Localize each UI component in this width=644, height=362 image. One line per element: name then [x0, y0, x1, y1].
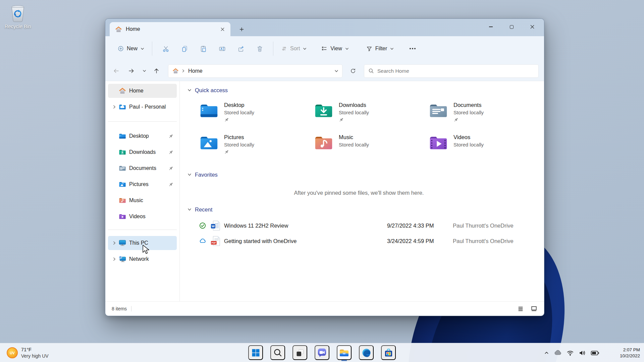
favorites-empty-message: After you've pinned some files, we'll sh…	[187, 190, 544, 198]
share-button[interactable]	[231, 41, 250, 56]
chevron-right-icon[interactable]	[112, 105, 117, 109]
recent-file-row[interactable]: Getting started with OneDrive 3/24/2022 …	[199, 234, 537, 248]
pin-icon	[224, 149, 229, 155]
file-explorer-taskbar-button[interactable]	[337, 345, 352, 360]
sidebar-item-downloads[interactable]: Downloads	[108, 145, 177, 159]
filter-button[interactable]: Filter	[363, 42, 398, 55]
taskbar: UV 71°F Very high UV	[0, 343, 644, 362]
search-input[interactable]	[377, 68, 534, 74]
home-icon	[172, 68, 179, 74]
chevron-down-icon	[142, 69, 147, 73]
close-tab-button[interactable]	[218, 24, 227, 34]
sidebar-item-home[interactable]: Home	[108, 84, 177, 98]
wifi-button[interactable]	[564, 346, 576, 360]
tile-documents[interactable]: Documents Stored locally	[429, 101, 543, 130]
new-tab-button[interactable]	[236, 23, 247, 35]
tab-home[interactable]: Home	[110, 22, 230, 36]
paste-icon	[200, 45, 207, 53]
desktop-folder-icon	[119, 132, 126, 140]
chevron-down-icon	[303, 47, 307, 51]
sidebar-item-desktop[interactable]: Desktop	[108, 129, 177, 143]
task-view-button[interactable]	[292, 345, 307, 360]
close-icon	[221, 27, 224, 31]
search-icon	[273, 348, 282, 357]
close-window-button[interactable]	[522, 20, 543, 34]
chevron-right-icon[interactable]	[112, 241, 117, 245]
ellipsis-icon	[406, 48, 420, 49]
store-icon	[384, 348, 393, 357]
tab-title: Home	[126, 26, 140, 32]
details-view-button[interactable]	[515, 304, 526, 313]
cut-button[interactable]	[156, 41, 175, 56]
tile-videos[interactable]: Videos Stored locally	[429, 133, 543, 162]
recent-locations-button[interactable]	[140, 65, 148, 77]
start-button[interactable]	[248, 345, 263, 360]
recent-files-list: Windows 11 22H2 Review 9/27/2022 4:33 PM…	[187, 219, 544, 248]
maximize-icon	[510, 25, 514, 29]
edge-browser-button[interactable]	[359, 345, 374, 360]
pin-icon	[453, 117, 459, 122]
tray-chevron-up-button[interactable]	[542, 346, 551, 360]
up-button[interactable]	[150, 65, 162, 77]
sidebar-item-videos[interactable]: Videos	[108, 209, 177, 224]
recent-header[interactable]: Recent	[187, 205, 544, 214]
documents-folder-icon	[119, 165, 126, 172]
sidebar-item-music[interactable]: Music	[108, 193, 177, 207]
new-button[interactable]: New	[114, 42, 148, 55]
onedrive-folder-icon	[119, 103, 126, 111]
pin-icon	[168, 166, 173, 171]
battery-button[interactable]	[588, 346, 602, 360]
chevron-right-icon[interactable]	[112, 257, 117, 261]
microsoft-store-button[interactable]	[381, 345, 396, 360]
refresh-button[interactable]	[346, 65, 359, 77]
view-button[interactable]: View	[318, 42, 352, 55]
recycle-bin-desktop-icon[interactable]: Recycle Bin	[3, 3, 32, 29]
volume-button[interactable]	[576, 346, 588, 360]
chat-button[interactable]	[315, 345, 329, 360]
breadcrumb-item[interactable]: Home	[188, 68, 203, 74]
chevron-down-icon	[140, 47, 145, 51]
chevron-down-icon[interactable]	[334, 69, 339, 73]
sidebar-item-pictures[interactable]: Pictures	[108, 177, 177, 191]
sort-button[interactable]: Sort	[277, 42, 310, 55]
see-more-button[interactable]	[402, 45, 423, 52]
separator	[108, 121, 177, 122]
weather-widget[interactable]: UV 71°F Very high UV	[3, 343, 52, 362]
copy-button[interactable]	[175, 41, 194, 56]
large-thumbnails-view-button[interactable]	[529, 304, 539, 313]
breadcrumb-bar[interactable]: Home	[168, 64, 342, 78]
word-file-icon	[211, 221, 220, 231]
tile-pictures[interactable]: Pictures Stored locally	[199, 133, 314, 162]
back-button[interactable]	[110, 65, 122, 77]
sidebar-item-documents[interactable]: Documents	[108, 161, 177, 175]
pdf-file-icon	[211, 236, 220, 246]
view-icon	[321, 45, 328, 52]
forward-button[interactable]	[125, 65, 137, 77]
cut-icon	[162, 45, 170, 53]
minimize-button[interactable]	[480, 20, 501, 34]
battery-icon	[591, 349, 599, 357]
music-folder-icon	[314, 135, 333, 151]
recent-file-row[interactable]: Windows 11 22H2 Review 9/27/2022 4:33 PM…	[199, 219, 537, 233]
rename-button[interactable]	[213, 41, 231, 56]
paste-button[interactable]	[194, 41, 213, 56]
search-taskbar-button[interactable]	[270, 345, 285, 360]
weather-temperature: 71°F	[21, 347, 49, 353]
weather-condition: Very high UV	[21, 353, 49, 359]
sidebar-item-onedrive-personal[interactable]: Paul - Personal	[108, 100, 177, 114]
tile-music[interactable]: Music Stored locally	[314, 133, 429, 162]
onedrive-cloud-icon	[554, 349, 562, 357]
favorites-header[interactable]: Favorites	[187, 170, 544, 179]
sync-status-icon	[199, 222, 206, 229]
delete-button[interactable]	[250, 41, 269, 56]
up-arrow-icon	[153, 67, 160, 74]
onedrive-tray-button[interactable]	[551, 346, 564, 360]
quick-access-header[interactable]: Quick access	[187, 86, 544, 95]
search-box[interactable]	[364, 64, 539, 78]
trash-icon	[256, 45, 264, 53]
taskbar-clock[interactable]: 2:07 PM 10/2/2022	[620, 343, 640, 362]
videos-folder-icon	[119, 213, 126, 220]
tile-downloads[interactable]: Downloads Stored locally	[314, 101, 429, 130]
maximize-button[interactable]	[501, 20, 522, 34]
tile-desktop[interactable]: Desktop Stored locally	[199, 101, 314, 130]
